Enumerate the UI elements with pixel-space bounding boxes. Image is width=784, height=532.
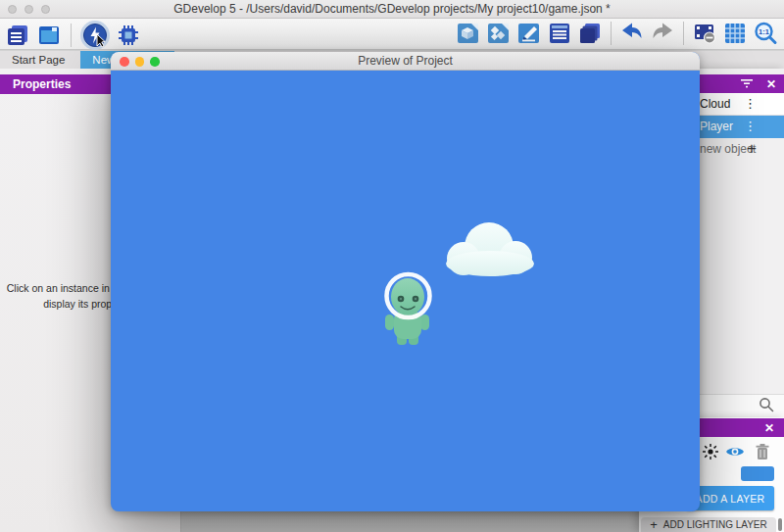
object-menu-icon[interactable]: ⋮ xyxy=(744,121,757,131)
minimize-window-button[interactable] xyxy=(24,5,33,14)
close-window-button[interactable] xyxy=(120,57,129,67)
events-sheet-icon[interactable] xyxy=(547,21,572,46)
app-traffic-lights xyxy=(8,5,50,14)
tab-start-page[interactable]: Start Page xyxy=(0,51,76,69)
objects-panel: ✕ Cloud ⋮ Player ⋮ new object + xyxy=(686,69,784,417)
scene-properties-icon[interactable] xyxy=(516,21,542,46)
zoom-1-1-icon[interactable]: 1:1 xyxy=(753,21,778,46)
search-icon xyxy=(759,397,774,416)
start-page-icon[interactable] xyxy=(36,23,62,48)
preview-traffic-lights xyxy=(120,57,160,67)
render-mask-icon[interactable] xyxy=(692,21,717,46)
debug-icon[interactable] xyxy=(116,23,141,48)
preview-button[interactable] xyxy=(80,21,110,50)
objects-list-body xyxy=(686,160,784,394)
preview-window-title: Preview of Project xyxy=(358,54,453,68)
layer-visibility-icon[interactable] xyxy=(725,443,745,464)
layer-delete-icon[interactable] xyxy=(755,443,770,464)
close-icon[interactable]: ✕ xyxy=(766,78,776,90)
player-sprite xyxy=(385,274,430,345)
layer-light-icon[interactable] xyxy=(702,443,719,464)
object-menu-icon[interactable]: ⋮ xyxy=(744,99,757,109)
preview-window: Preview of Project xyxy=(111,52,700,511)
zoom-window-button[interactable] xyxy=(41,5,50,14)
redo-icon[interactable] xyxy=(650,21,675,46)
zoom-window-button[interactable] xyxy=(150,57,160,67)
object-row-cloud[interactable]: Cloud ⋮ xyxy=(686,93,784,116)
undo-icon[interactable] xyxy=(619,21,645,46)
properties-panel-title: Properties xyxy=(13,77,71,91)
add-object-icon[interactable]: + xyxy=(747,139,757,159)
close-window-button[interactable] xyxy=(8,5,17,14)
object-name: Player xyxy=(700,120,733,133)
toolbar-divider xyxy=(71,24,72,47)
layer-badge[interactable] xyxy=(741,466,774,481)
main-toolbar: 1:1 xyxy=(0,19,784,50)
objects-search[interactable] xyxy=(686,394,784,417)
game-preview-viewport xyxy=(111,71,700,511)
svg-text:1:1: 1:1 xyxy=(759,27,769,36)
game-scene xyxy=(111,71,700,511)
scrollbar[interactable] xyxy=(778,518,782,531)
project-manager-icon[interactable] xyxy=(5,23,30,48)
instances-list-icon[interactable] xyxy=(577,21,603,46)
toolbar-divider xyxy=(683,22,684,45)
cloud-sprite xyxy=(446,222,534,276)
object-name: Cloud xyxy=(700,97,730,111)
object-row-player[interactable]: Player ⋮ xyxy=(686,116,784,138)
add-object-row[interactable]: new object + xyxy=(686,138,784,160)
grid-icon[interactable] xyxy=(722,21,748,46)
minimize-window-button[interactable] xyxy=(135,57,145,67)
gdevelop-app: GDevelop 5 - /Users/david/Documents/GDev… xyxy=(0,0,784,532)
app-titlebar: GDevelop 5 - /Users/david/Documents/GDev… xyxy=(0,0,784,19)
objects-editor-icon[interactable] xyxy=(456,21,481,46)
filter-icon[interactable] xyxy=(741,77,753,91)
objects-panel-header: ✕ xyxy=(686,74,784,93)
plus-icon: + xyxy=(650,517,658,532)
preview-titlebar[interactable]: Preview of Project xyxy=(111,52,700,71)
add-lighting-layer-button[interactable]: + ADD LIGHTING LAYER xyxy=(641,517,776,532)
toolbar-divider xyxy=(611,22,612,45)
app-title: GDevelop 5 - /Users/david/Documents/GDev… xyxy=(173,2,611,16)
object-groups-icon[interactable] xyxy=(486,21,512,46)
close-icon[interactable]: ✕ xyxy=(764,422,774,434)
